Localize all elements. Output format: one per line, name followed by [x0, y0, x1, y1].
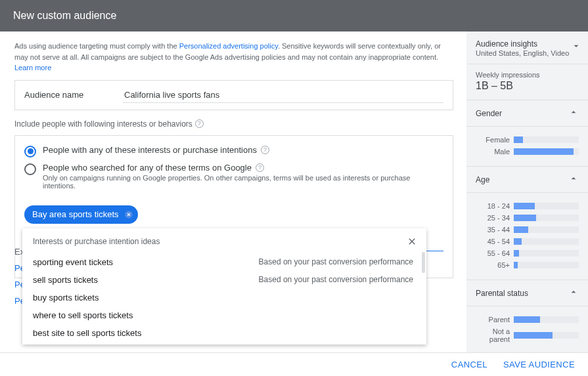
help-icon[interactable]: ?: [256, 163, 264, 172]
bar-row: Male: [476, 148, 579, 156]
age-header[interactable]: Age: [466, 167, 588, 193]
bar-row: Parent: [476, 316, 579, 324]
cancel-button[interactable]: CANCEL: [451, 360, 487, 369]
weekly-impressions: Weekly impressions 1B – 5B: [466, 64, 588, 100]
weekly-label: Weekly impressions: [476, 71, 579, 79]
dropdown-title: Interests or purchase intention ideas: [33, 237, 160, 246]
insights-header: Audience insights United States, English…: [466, 31, 588, 64]
radio-searched-sub: Only on campaigns running on Google prop…: [43, 174, 443, 190]
suggestion-item[interactable]: sporting event tickets Based on your pas…: [22, 253, 426, 271]
parental-header[interactable]: Parental status: [466, 280, 588, 306]
weekly-value: 1B – 5B: [476, 80, 579, 92]
suggestion-item[interactable]: best site to sell sports tickets: [22, 324, 426, 342]
insights-title: Audience insights: [476, 39, 579, 49]
bar-row: 55 - 64: [476, 249, 579, 257]
insights-sub: United States, English, Video: [476, 49, 579, 57]
dialog-title: New custom audience: [13, 10, 116, 22]
radio-interests-label: People with any of these interests or pu…: [43, 145, 269, 155]
radio-searched-row[interactable]: People who searched for any of these ter…: [24, 163, 443, 190]
age-body: 18 - 24 25 - 34 35 - 44 45 - 54 55 - 64 …: [466, 193, 588, 280]
chevron-up-icon: [568, 287, 579, 299]
scrollbar[interactable]: [422, 252, 425, 273]
chevron-down-icon[interactable]: [571, 41, 581, 53]
bar-row: 25 - 34: [476, 214, 579, 222]
learn-more-link[interactable]: Learn more: [14, 64, 51, 72]
bar-row: Not a parent: [476, 327, 579, 343]
chevron-up-icon: [568, 107, 579, 119]
policy-link[interactable]: Personalized advertising policy: [179, 42, 278, 50]
audience-name-label: Audience name: [24, 90, 123, 100]
save-button[interactable]: SAVE AUDIENCE: [503, 360, 575, 369]
gender-header[interactable]: Gender: [466, 100, 588, 127]
bar-fill: [514, 136, 523, 143]
audience-name-input[interactable]: [123, 87, 443, 103]
suggestions-dropdown: Interests or purchase intention ideas sp…: [22, 228, 426, 345]
bar-row: 65+: [476, 261, 579, 269]
suggestion-item[interactable]: buy sports tickets: [22, 289, 426, 306]
bar-fill: [514, 148, 574, 155]
include-section-label: Include people with following interests …: [14, 119, 453, 129]
gender-body: Female Male: [466, 127, 588, 167]
close-icon[interactable]: [405, 235, 418, 248]
include-label-text: Include people with following interests …: [14, 119, 192, 129]
suggestion-item[interactable]: where to sell sports tickets: [22, 306, 426, 324]
chip-remove-icon[interactable]: [123, 209, 135, 220]
keyword-chip[interactable]: Bay area sports tickets: [24, 205, 138, 224]
dropdown-header: Interests or purchase intention ideas: [22, 228, 426, 253]
audience-name-row: Audience name: [14, 80, 453, 110]
dialog-body: Ads using audience targeting must comply…: [0, 31, 588, 352]
radio-searched[interactable]: [24, 163, 36, 175]
radio-searched-label: People who searched for any of these ter…: [43, 163, 443, 173]
bar-row: 35 - 44: [476, 226, 579, 234]
dialog-footer: CANCEL SAVE AUDIENCE: [0, 352, 588, 376]
help-icon[interactable]: ?: [195, 119, 204, 128]
policy-disclaimer: Ads using audience targeting must comply…: [14, 41, 453, 73]
insights-panel: Audience insights United States, English…: [466, 31, 588, 352]
disclaimer-text: Ads using audience targeting must comply…: [14, 42, 179, 50]
bar-row: 45 - 54: [476, 238, 579, 245]
parental-body: Parent Not a parent: [466, 306, 588, 352]
bar-row: Female: [476, 136, 579, 144]
help-icon[interactable]: ?: [261, 146, 269, 154]
dialog-header: New custom audience: [0, 0, 588, 31]
radio-interests-row[interactable]: People with any of these interests or pu…: [24, 145, 443, 157]
bar-row: 18 - 24: [476, 202, 579, 210]
chevron-up-icon: [568, 173, 579, 186]
radio-interests[interactable]: [24, 146, 36, 157]
main-panel: Ads using audience targeting must comply…: [0, 31, 466, 352]
suggestion-item[interactable]: sell sports tickets Based on your past c…: [22, 271, 426, 289]
chip-label: Bay area sports tickets: [32, 209, 119, 219]
